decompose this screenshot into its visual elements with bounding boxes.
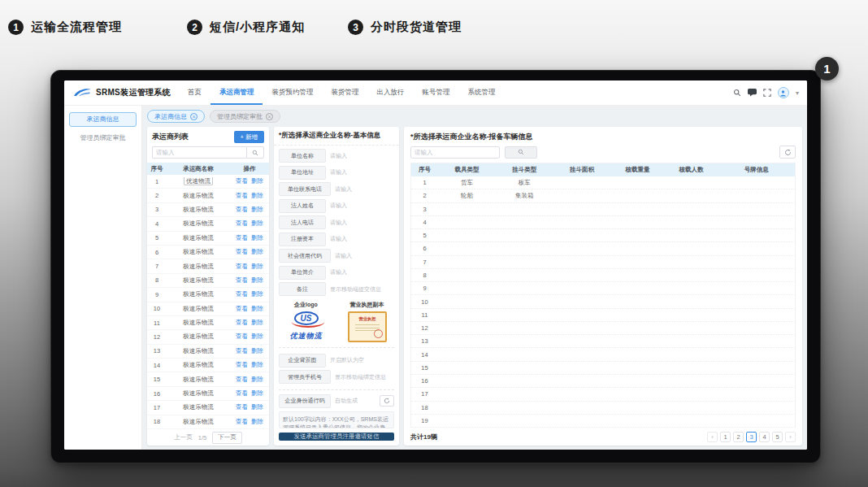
delete-link[interactable]: 删除 — [251, 192, 263, 199]
vehicle-search-input[interactable] — [410, 146, 500, 159]
delete-link[interactable]: 删除 — [251, 376, 263, 383]
delete-link[interactable]: 删除 — [251, 276, 263, 284]
vehicle-row[interactable]: 2轮船集装箱 — [411, 189, 795, 202]
carrier-row[interactable]: 8极速乐物流查看删除 — [147, 274, 269, 288]
next-page-button[interactable]: 下一页 — [212, 432, 242, 444]
business-license-block[interactable]: 营业执照副本 营业执照 — [338, 301, 396, 342]
nav-item[interactable]: 装货预约管理 — [263, 80, 322, 105]
view-link[interactable]: 查看 — [236, 389, 248, 397]
delete-link[interactable]: 删除 — [251, 206, 263, 213]
sidebar-item[interactable]: 管理员绑定审批 — [69, 132, 137, 146]
caret-down-icon[interactable]: ▾ — [796, 89, 799, 97]
field-value[interactable]: 请输入 — [330, 268, 347, 276]
delete-link[interactable]: 删除 — [251, 290, 263, 298]
field-value[interactable]: 请输入 — [335, 185, 352, 193]
vehicle-row[interactable]: 5 — [411, 229, 795, 242]
vehicle-row[interactable]: 10 — [411, 295, 795, 308]
vehicle-row[interactable]: 15 — [411, 362, 795, 375]
pager-prev-icon[interactable]: ‹ — [707, 432, 718, 442]
delete-link[interactable]: 删除 — [251, 333, 263, 340]
nav-item[interactable]: 承运商管理 — [210, 80, 263, 105]
sidebar-item[interactable]: 承运商信息 — [69, 112, 137, 127]
field-value[interactable]: 显示移动端绑定信息 — [335, 373, 386, 381]
carrier-row[interactable]: 7极速乐物流查看删除 — [147, 259, 269, 273]
view-link[interactable]: 查看 — [236, 263, 248, 270]
vehicle-row[interactable]: 18 — [411, 402, 795, 415]
vehicle-row[interactable]: 16 — [411, 375, 795, 388]
carrier-row[interactable]: 3极速乐物流查看删除 — [147, 203, 269, 217]
delete-link[interactable]: 删除 — [251, 319, 263, 326]
view-link[interactable]: 查看 — [236, 220, 248, 227]
view-link[interactable]: 查看 — [236, 276, 248, 284]
delete-link[interactable]: 删除 — [251, 248, 263, 255]
nav-item[interactable]: 出入放行 — [367, 80, 413, 105]
vehicle-row[interactable]: 11 — [411, 309, 795, 322]
company-logo-block[interactable]: 企业logo US 优速物流 — [277, 301, 335, 342]
delete-link[interactable]: 删除 — [251, 403, 263, 411]
passcode-refresh-button[interactable] — [380, 395, 394, 407]
vehicle-row[interactable]: 8 — [411, 269, 795, 282]
prev-page-link[interactable]: 上一页 — [174, 433, 193, 441]
pager-page[interactable]: 4 — [759, 432, 770, 442]
delete-link[interactable]: 删除 — [251, 389, 263, 397]
vehicle-row[interactable]: 7 — [411, 256, 795, 269]
vehicle-row[interactable]: 12 — [411, 322, 795, 335]
field-value[interactable]: 请输入 — [330, 202, 347, 210]
carrier-row[interactable]: 4极速乐物流查看删除 — [147, 217, 269, 231]
carrier-row[interactable]: 16极速乐物流查看删除 — [147, 387, 269, 401]
view-link[interactable]: 查看 — [236, 305, 248, 312]
vehicle-row[interactable]: 17 — [411, 388, 795, 401]
delete-link[interactable]: 删除 — [251, 177, 263, 185]
carrier-row[interactable]: 18极速乐物流查看删除 — [147, 415, 269, 429]
carrier-row[interactable]: 12极速乐物流查看删除 — [147, 330, 269, 344]
carrier-row[interactable]: 6极速乐物流查看删除 — [147, 246, 269, 259]
tab-close-icon[interactable]: × — [266, 113, 273, 120]
pager-next-icon[interactable]: › — [785, 432, 796, 442]
delete-link[interactable]: 删除 — [251, 263, 263, 270]
delete-link[interactable]: 删除 — [251, 361, 263, 368]
search-icon[interactable] — [733, 89, 741, 97]
view-link[interactable]: 查看 — [236, 376, 248, 383]
vehicle-row[interactable]: 3 — [411, 203, 795, 216]
view-link[interactable]: 查看 — [236, 177, 248, 185]
vehicle-row[interactable]: 1货车板车 — [411, 176, 795, 189]
tab[interactable]: 管理员绑定审批× — [210, 110, 280, 123]
carrier-search-button[interactable] — [246, 146, 264, 159]
view-link[interactable]: 查看 — [236, 418, 248, 425]
carrier-row[interactable]: 17极速乐物流查看删除 — [147, 401, 269, 415]
delete-link[interactable]: 删除 — [251, 305, 263, 312]
vehicle-row[interactable]: 6 — [411, 242, 795, 255]
fullscreen-icon[interactable] — [763, 89, 771, 97]
tab[interactable]: 承运商信息× — [147, 110, 205, 123]
field-value[interactable]: 请输入 — [330, 152, 347, 160]
view-link[interactable]: 查看 — [236, 347, 248, 354]
carrier-row[interactable]: 10极速乐物流查看删除 — [147, 302, 269, 316]
nav-item[interactable]: 装货管理 — [322, 80, 367, 105]
vehicle-row[interactable]: 14 — [411, 348, 795, 361]
view-link[interactable]: 查看 — [236, 248, 248, 255]
field-value[interactable]: 请输入 — [330, 219, 347, 227]
field-value[interactable]: 请输入 — [330, 168, 347, 176]
nav-item[interactable]: 系统管理 — [458, 80, 504, 105]
tab-close-icon[interactable]: × — [190, 113, 197, 120]
carrier-search-input[interactable] — [152, 146, 246, 159]
send-invite-sms-button[interactable]: 发送承运商管理员注册邀请短信 — [279, 433, 394, 441]
field-value[interactable]: 开启默认为空 — [330, 356, 364, 364]
vehicle-search-button[interactable] — [505, 146, 537, 159]
delete-link[interactable]: 删除 — [251, 234, 263, 241]
carrier-row[interactable]: 5极速乐物流查看删除 — [147, 232, 269, 246]
pager-page[interactable]: 3 — [746, 432, 757, 442]
view-link[interactable]: 查看 — [236, 403, 248, 411]
view-link[interactable]: 查看 — [236, 192, 248, 199]
sms-preview-textarea[interactable]: 默认100字以内容：XXX公司，SRMS装运管理系统已录入贵公司信息，您的企业身… — [279, 411, 394, 429]
field-value[interactable]: 请输入 — [330, 235, 347, 243]
vehicle-row[interactable]: 13 — [411, 335, 795, 348]
nav-item[interactable]: 首页 — [179, 80, 210, 105]
avatar[interactable] — [778, 87, 789, 98]
view-link[interactable]: 查看 — [236, 333, 248, 340]
vehicle-row[interactable]: 9 — [411, 282, 795, 295]
view-link[interactable]: 查看 — [236, 290, 248, 298]
delete-link[interactable]: 删除 — [251, 418, 263, 425]
view-link[interactable]: 查看 — [236, 361, 248, 368]
carrier-row[interactable]: 2极速乐物流查看删除 — [147, 189, 269, 202]
